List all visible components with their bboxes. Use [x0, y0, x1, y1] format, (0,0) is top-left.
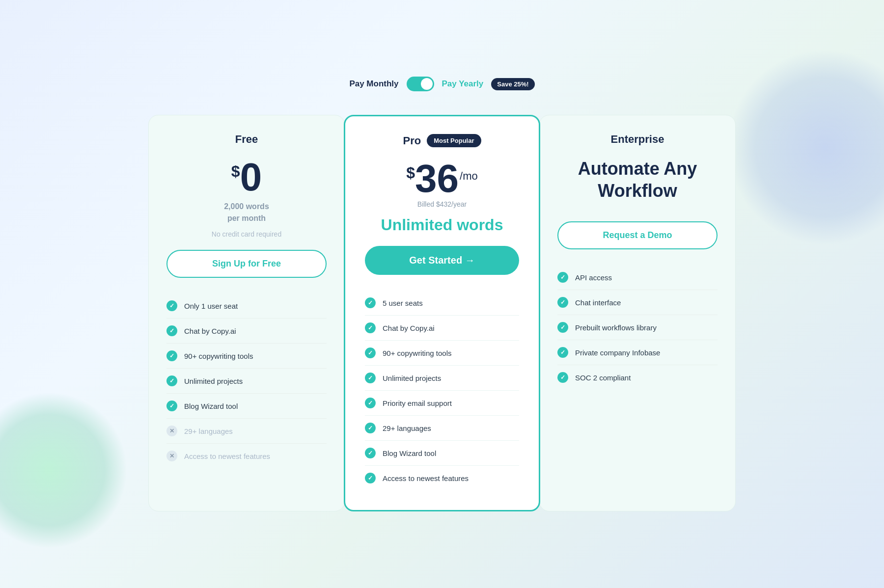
check-icon: ✓: [166, 350, 177, 361]
check-icon: ✓: [365, 297, 376, 308]
free-words-info: 2,000 words per month: [166, 201, 327, 224]
list-item: ✓Blog Wizard tool: [166, 394, 327, 419]
x-icon: ✕: [166, 426, 177, 436]
check-icon: ✓: [365, 322, 376, 333]
free-no-cc: No credit card required: [166, 230, 327, 238]
free-plan-card: Free $ 0 2,000 words per month No credit…: [148, 115, 345, 511]
check-icon: ✓: [166, 375, 177, 386]
list-item: ✓29+ languages: [365, 416, 519, 441]
enterprise-plan-title: Enterprise: [611, 133, 664, 146]
pro-plan-title: Pro: [403, 134, 421, 147]
enterprise-tagline: Automate Any Workflow: [557, 158, 718, 202]
free-price-section: $ 0 2,000 words per month No credit card…: [166, 158, 327, 238]
list-item: ✕Access to newest features: [166, 444, 327, 468]
free-plan-title: Free: [235, 133, 258, 146]
free-cta-button[interactable]: Sign Up for Free: [166, 250, 327, 278]
billing-toggle-switch[interactable]: [407, 77, 434, 91]
check-icon: ✓: [557, 372, 568, 383]
free-currency: $: [231, 163, 240, 179]
pro-currency: $: [406, 165, 415, 181]
list-item: ✓Blog Wizard tool: [365, 441, 519, 466]
pro-amount: 36: [415, 159, 459, 198]
check-icon: ✓: [557, 297, 568, 308]
list-item: ✕29+ languages: [166, 419, 327, 444]
free-price-display: $ 0: [166, 158, 327, 197]
enterprise-title-row: Enterprise: [557, 133, 718, 146]
list-item: ✓Chat by Copy.ai: [365, 316, 519, 341]
unlimited-words: Unlimited words: [365, 216, 519, 234]
enterprise-features-list: ✓API access✓Chat interface✓Prebuilt work…: [557, 265, 718, 390]
list-item: ✓Only 1 user seat: [166, 294, 327, 319]
pro-title-row: Pro Most Popular: [365, 134, 519, 147]
list-item: ✓Access to newest features: [365, 466, 519, 490]
list-item: ✓Unlimited projects: [166, 369, 327, 394]
pro-plan-card: Pro Most Popular $ 36 /mo Billed $432/ye…: [344, 115, 540, 511]
pro-features-list: ✓5 user seats✓Chat by Copy.ai✓90+ copywr…: [365, 291, 519, 490]
check-icon: ✓: [365, 423, 376, 433]
billing-toggle: Pay Monthly Pay Yearly Save 25%!: [349, 77, 534, 91]
free-amount: 0: [240, 158, 262, 197]
check-icon: ✓: [365, 448, 376, 458]
pro-price-section: $ 36 /mo Billed $432/year: [365, 159, 519, 208]
pro-billed: Billed $432/year: [365, 200, 519, 208]
popular-badge: Most Popular: [427, 134, 481, 147]
pro-cta-button[interactable]: Get Started →: [365, 246, 519, 275]
check-icon: ✓: [557, 322, 568, 333]
free-features-list: ✓Only 1 user seat✓Chat by Copy.ai✓90+ co…: [166, 294, 327, 468]
page-wrapper: Pay Monthly Pay Yearly Save 25%! Free $ …: [123, 77, 761, 511]
list-item: ✓90+ copywriting tools: [365, 341, 519, 366]
list-item: ✓API access: [557, 265, 718, 290]
list-item: ✓Chat interface: [557, 290, 718, 315]
check-icon: ✓: [557, 347, 568, 358]
list-item: ✓Chat by Copy.ai: [166, 319, 327, 344]
enterprise-plan-card: Enterprise Automate Any Workflow Request…: [539, 115, 736, 511]
check-icon: ✓: [166, 300, 177, 311]
monthly-label: Pay Monthly: [349, 79, 398, 89]
check-icon: ✓: [557, 272, 568, 283]
pricing-cards: Free $ 0 2,000 words per month No credit…: [123, 115, 761, 511]
x-icon: ✕: [166, 451, 177, 461]
list-item: ✓Priority email support: [365, 391, 519, 416]
list-item: ✓Unlimited projects: [365, 366, 519, 391]
free-title-row: Free: [166, 133, 327, 146]
toggle-knob: [421, 78, 433, 90]
yearly-label: Pay Yearly: [442, 79, 484, 89]
pro-period: /mo: [460, 171, 478, 182]
list-item: ✓90+ copywriting tools: [166, 344, 327, 369]
check-icon: ✓: [166, 325, 177, 336]
enterprise-cta-button[interactable]: Request a Demo: [557, 221, 718, 249]
list-item: ✓5 user seats: [365, 291, 519, 316]
check-icon: ✓: [166, 401, 177, 411]
check-icon: ✓: [365, 347, 376, 358]
list-item: ✓SOC 2 compliant: [557, 365, 718, 390]
check-icon: ✓: [365, 473, 376, 483]
save-badge: Save 25%!: [491, 78, 534, 90]
check-icon: ✓: [365, 373, 376, 383]
list-item: ✓Private company Infobase: [557, 340, 718, 365]
list-item: ✓Prebuilt workflows library: [557, 315, 718, 340]
pro-price-display: $ 36 /mo: [365, 159, 519, 198]
check-icon: ✓: [365, 398, 376, 408]
